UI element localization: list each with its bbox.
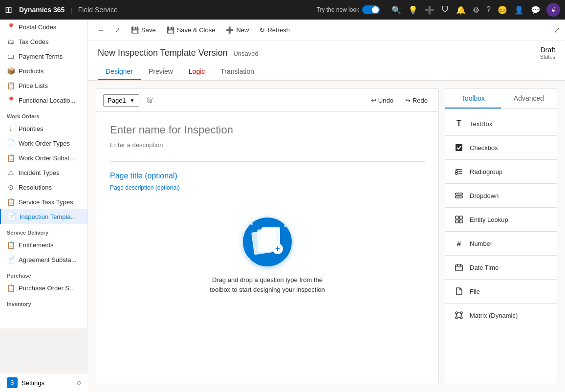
inspection-desc-input[interactable] (110, 141, 425, 149)
lightbulb-icon[interactable]: 💡 (408, 5, 418, 15)
inspection-title-input[interactable] (110, 124, 425, 136)
redo-label: Redo (413, 97, 428, 104)
sidebar-item-entitlements[interactable]: 📋 Entitlements (0, 238, 87, 252)
sidebar-label-entitlements: Entitlements (19, 241, 54, 249)
sidebar-item-payment-terms[interactable]: 🗃 Payment Terms (0, 49, 87, 64)
toolbox-item-entity-lookup[interactable]: Entity Lookup (445, 209, 557, 230)
toolbox-item-dropdown[interactable]: Dropdown (445, 185, 557, 206)
service-delivery-header: Service Delivery (0, 224, 87, 238)
tab-preview[interactable]: Preview (141, 64, 181, 80)
sidebar-item-priorities[interactable]: ↓ Priorities (0, 121, 87, 136)
page-select-value: Page1 (108, 97, 126, 104)
search-icon[interactable]: 🔍 (391, 5, 401, 15)
agreement-subst-icon: 📄 (7, 256, 15, 263)
save-close-label: Save & Close (177, 26, 216, 34)
incident-types-icon: ⚠ (7, 169, 15, 176)
work-order-types-icon: 📄 (7, 139, 15, 147)
tab-designer[interactable]: Designer (98, 64, 141, 80)
content-area: ← ⤢ 💾 Save 💾 Save & Close ➕ New ↻ Refres… (88, 20, 565, 392)
redo-button[interactable]: ↪ Redo (401, 95, 432, 106)
chat-icon[interactable]: 💬 (531, 5, 541, 15)
save-icon: 💾 (131, 26, 139, 34)
bell-icon[interactable]: 🔔 (456, 5, 466, 15)
toolbox-items-list: T TextBox Checkbox (445, 109, 557, 330)
toolbox-tab-toolbox[interactable]: Toolbox (445, 89, 501, 109)
sidebar-item-agreement-subst[interactable]: 📄 Agreement Substa... (0, 252, 87, 267)
help-icon[interactable]: ? (486, 5, 491, 15)
sidebar-settings[interactable]: S Settings ◇ (0, 373, 88, 392)
drop-zone-text: Drag and drop a question type from the t… (209, 275, 326, 294)
page-desc-placeholder[interactable]: Page description (optional) (110, 184, 425, 191)
record-header: New Inspection Template Version - Unsave… (88, 41, 565, 81)
expand-button[interactable]: ⤢ (110, 24, 125, 36)
toolbox-item-number[interactable]: # Number (445, 233, 557, 254)
smiley-icon[interactable]: 😊 (498, 5, 507, 15)
save-button[interactable]: 💾 Save (126, 24, 161, 36)
inventory-header: Inventory (0, 295, 87, 309)
tab-translation[interactable]: Translation (213, 64, 262, 80)
sidebar-label-priorities: Priorities (19, 125, 43, 132)
record-status: Draft Status (540, 46, 555, 60)
svg-rect-8 (456, 216, 458, 219)
work-orders-header: Work Orders (0, 108, 87, 121)
toolbox-item-file[interactable]: File (445, 281, 557, 302)
refresh-button[interactable]: ↻ Refresh (255, 24, 295, 36)
more-actions-icon[interactable]: ⤢ (554, 25, 560, 35)
sidebar-item-resolutions[interactable]: ⊙ Resolutions (0, 180, 87, 195)
sidebar-item-price-lists[interactable]: 📋 Price Lists (0, 78, 87, 93)
settings-expand-icon: ◇ (77, 379, 81, 386)
toolbox-item-checkbox[interactable]: Checkbox (445, 137, 557, 158)
toolbox-item-datetime[interactable]: Date Time (445, 257, 557, 278)
new-icon: ➕ (226, 26, 234, 34)
page-select-dropdown[interactable]: Page1 ▼ (103, 94, 139, 107)
user-avatar[interactable]: # (546, 3, 560, 17)
functional-location-icon: 📍 (7, 96, 15, 104)
checkbox-icon (453, 142, 465, 153)
record-title-text: New Inspection Template Version (98, 48, 228, 58)
save-close-button[interactable]: 💾 Save & Close (162, 24, 220, 36)
tab-logic[interactable]: Logic (181, 64, 213, 80)
resolutions-icon: ⊙ (7, 183, 15, 191)
sidebar-label-payment-terms: Payment Terms (19, 53, 63, 60)
textbox-label: TextBox (470, 120, 492, 128)
svg-point-19 (460, 317, 462, 319)
drop-zone: + ✦ ✦ ✦ Drag and drop a question type fr… (110, 203, 425, 304)
sidebar-item-tax-codes[interactable]: 🗂 Tax Codes (0, 34, 87, 49)
toolbox-item-matrix[interactable]: Matrix (Dynamic) (445, 305, 557, 326)
sidebar-item-service-task-types[interactable]: 📋 Service Task Types (0, 195, 87, 209)
sidebar-item-purchase-order[interactable]: 📋 Purchase Order S... (0, 281, 87, 295)
contact-icon[interactable]: 👤 (514, 5, 524, 15)
datetime-label: Date Time (470, 264, 499, 271)
svg-point-17 (460, 312, 462, 314)
delete-page-button[interactable]: 🗑 (143, 94, 157, 107)
sidebar-item-incident-types[interactable]: ⚠ Incident Types (0, 165, 87, 180)
sidebar-item-postal-codes[interactable]: 📍 Postal Codes (0, 20, 87, 34)
dropdown-icon (453, 190, 465, 201)
filter-icon[interactable]: ⛉ (441, 5, 449, 15)
page-title-placeholder[interactable]: Page title (optional) (110, 172, 425, 180)
new-label: New (236, 26, 249, 34)
back-button[interactable]: ← (93, 24, 109, 36)
undo-button[interactable]: ↩ Undo (367, 95, 397, 106)
postal-codes-icon: 📍 (7, 23, 15, 31)
toolbox-divider-3 (445, 183, 557, 184)
sidebar-item-inspection-templates[interactable]: 📄 Inspection Templa... (0, 209, 87, 224)
toolbox-item-radiogroup[interactable]: Radiogroup (445, 161, 557, 182)
priorities-icon: ↓ (7, 125, 15, 132)
toolbox-tab-advanced[interactable]: Advanced (501, 89, 557, 109)
top-nav-bar: ⊞ Dynamics 365 | Field Service Try the n… (0, 0, 565, 20)
gear-icon[interactable]: ⚙ (473, 5, 479, 15)
sidebar-item-work-order-subst[interactable]: 📋 Work Order Subst... (0, 151, 87, 165)
undo-icon: ↩ (371, 97, 376, 104)
plus-icon[interactable]: ➕ (425, 5, 435, 15)
new-button[interactable]: ➕ New (221, 24, 254, 36)
number-label: Number (470, 240, 492, 247)
waffle-icon[interactable]: ⊞ (5, 4, 12, 15)
svg-point-18 (456, 317, 457, 319)
toolbox-item-textbox[interactable]: T TextBox (445, 113, 557, 134)
try-new-toggle[interactable] (362, 5, 380, 14)
sidebar-item-products[interactable]: 📦 Products (0, 64, 87, 78)
sidebar-item-work-order-types[interactable]: 📄 Work Order Types (0, 136, 87, 151)
sidebar-item-functional-location[interactable]: 📍 Functional Locatio... (0, 93, 87, 108)
toolbox-divider-2 (445, 159, 557, 160)
